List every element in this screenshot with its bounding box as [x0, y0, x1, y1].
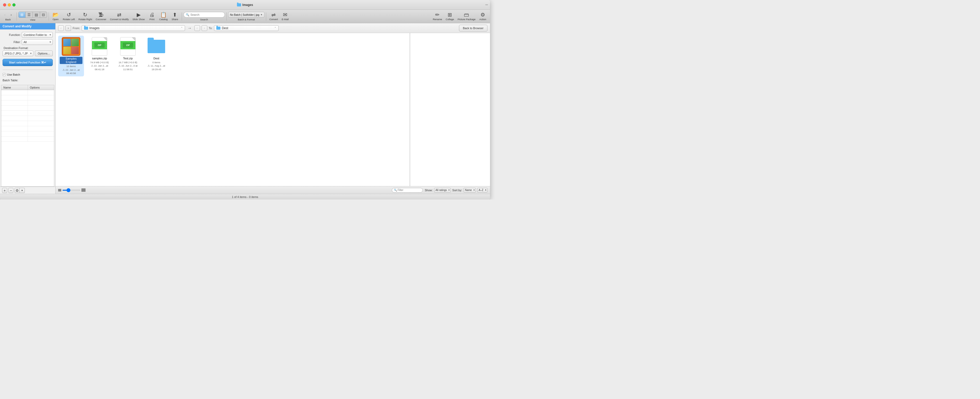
- convert-button[interactable]: ⇌ Convert: [268, 11, 279, 21]
- show-select[interactable]: All ratings: [434, 188, 451, 193]
- size-slider: [58, 188, 86, 192]
- catalog-button[interactable]: 📋 Catalog: [158, 11, 169, 21]
- to-forward-button[interactable]: ›: [202, 25, 207, 31]
- file-name: Test.zip: [123, 57, 132, 60]
- search-field[interactable]: 🔍: [183, 12, 225, 17]
- to-section: [410, 33, 490, 186]
- filter-select[interactable]: All: [22, 39, 53, 45]
- toolbar-sep-4: [226, 13, 227, 21]
- sort-order-select[interactable]: A–Z: [477, 188, 487, 193]
- email-button[interactable]: ✉ E-Mail: [280, 11, 290, 21]
- table-row: [1, 136, 54, 142]
- share-button[interactable]: ⬆ Share: [170, 11, 180, 21]
- open-button[interactable]: 📂 Open: [50, 11, 61, 21]
- format-select-wrapper: JPEG (*.JPG, *.JPEG) ▼: [3, 51, 33, 56]
- file-name: samples.zip: [92, 57, 107, 60]
- filter-input[interactable]: [398, 188, 421, 192]
- show-sort-area: Show: All ratings ⬍ Sort by: Name: [425, 188, 487, 193]
- from-back-button[interactable]: ‹: [58, 25, 64, 31]
- maximize-button[interactable]: [13, 3, 16, 6]
- rotate-left-button[interactable]: ↺ Rotate Left: [61, 11, 76, 21]
- list-item[interactable]: ZIP Test.zip 16.7 MB (+0.0 B) ⚠ 10. Jun …: [115, 36, 141, 76]
- search-input[interactable]: [191, 13, 223, 16]
- show-select-wrapper: All ratings ⬍: [434, 188, 451, 193]
- from-file-grid: Samples England 10 items ⚠ 22. Jan 2...a…: [56, 33, 410, 186]
- format-select[interactable]: JPEG (*.JPG, *.JPEG): [3, 51, 33, 56]
- collage-icon: ⊞: [448, 12, 452, 17]
- sort-select[interactable]: Name: [464, 188, 476, 193]
- main-area: Convert and Modify Function: Combine Fol…: [0, 23, 490, 194]
- to-back-button[interactable]: ‹: [194, 25, 200, 31]
- list-item[interactable]: Dest 0 items ⚠ 11. Aug 2...at 19:29:43: [143, 36, 169, 76]
- table-row: [1, 111, 54, 116]
- catalog-icon: 📋: [160, 12, 167, 17]
- table-row: [1, 116, 54, 121]
- destination-format-controls: JPEG (*.JPG, *.JPEG) ▼ Options...: [3, 51, 53, 56]
- to-path: Dest ⌃: [214, 25, 278, 31]
- to-file-grid: [410, 33, 488, 38]
- browser-bottom-bar: 🔍 Show: All ratings ⬍ Sort by:: [56, 186, 490, 194]
- window-resize-handle[interactable]: [485, 5, 488, 5]
- file-icon-container: [147, 37, 165, 56]
- cocooner-button[interactable]: 🗜 Cocooner: [94, 11, 108, 21]
- batch-format-value: No Batch | Subfolder | jpg: [230, 13, 259, 16]
- rotate-right-icon: ↻: [83, 12, 88, 17]
- use-batch-row: ✓ Use Batch: [3, 73, 53, 77]
- filter-label: Filter:: [3, 41, 21, 44]
- options-button[interactable]: Options...: [35, 51, 53, 56]
- size-slider-input[interactable]: [62, 190, 80, 191]
- rename-button[interactable]: ✏ Rename: [431, 11, 444, 21]
- gear-button[interactable]: ⚙: [14, 188, 20, 193]
- thumb-4: [71, 47, 79, 54]
- use-batch-checkbox[interactable]: ✓: [3, 73, 6, 76]
- browser-layout: ‹ › From: Images ⌃ → ‹ › To:: [56, 23, 490, 194]
- view-columns-button[interactable]: ⊟: [40, 12, 47, 17]
- collage-button[interactable]: ⊞ Collage: [444, 11, 456, 21]
- action-button[interactable]: ⚙ Action: [477, 11, 488, 21]
- minimize-button[interactable]: [8, 3, 11, 6]
- gear-dropdown[interactable]: ⚙ ▼: [14, 188, 25, 193]
- convert-icon: ⇌: [271, 12, 276, 17]
- list-item[interactable]: Samples England 10 items ⚠ 22. Jan 2...a…: [58, 36, 84, 76]
- window-title: Images: [237, 3, 253, 7]
- list-item[interactable]: ZIP samples.zip 74.9 MB (+0.0 B) ⚠ 22. J…: [87, 36, 113, 76]
- from-section: Samples England 10 items ⚠ 22. Jan 2...a…: [56, 33, 410, 186]
- convert-modify-button[interactable]: ⇄ Convert & Modify: [108, 11, 130, 21]
- picture-package-button[interactable]: 🗃 Picture Package: [456, 11, 477, 21]
- back-label: Back: [5, 18, 11, 21]
- view-details-button[interactable]: ▤: [33, 12, 40, 17]
- title-folder-icon: [237, 3, 241, 6]
- rotate-left-icon: ↺: [67, 12, 71, 17]
- start-function-button[interactable]: Start selected Function ⌘↵: [3, 59, 53, 66]
- toolbar-sep-5: [266, 13, 266, 21]
- from-forward-button[interactable]: ›: [65, 25, 71, 31]
- convert-header: Convert and Modify: [0, 23, 55, 29]
- add-batch-button[interactable]: +: [2, 188, 7, 193]
- filter-row: Filter: All ▼: [3, 39, 53, 45]
- back-nav-button[interactable]: ‹: [2, 12, 8, 17]
- slide-show-button[interactable]: ▶ Slide Show: [131, 11, 146, 21]
- toolbar-right: ✏ Rename ⊞ Collage 🗃 Picture Package ⚙ A…: [431, 11, 488, 21]
- filter-field[interactable]: 🔍: [392, 188, 423, 193]
- remove-batch-button[interactable]: −: [8, 188, 13, 193]
- back-to-browser-button[interactable]: Back to Browser: [459, 25, 487, 32]
- print-button[interactable]: 🖨 Print: [147, 11, 157, 21]
- close-button[interactable]: [3, 3, 6, 6]
- view-list-button[interactable]: ☰: [25, 12, 33, 17]
- table-row: [1, 90, 54, 95]
- batch-col-options: Options: [28, 85, 54, 90]
- batch-bottom-toolbar: + − ⚙ ▼: [0, 187, 55, 194]
- table-row: [1, 131, 54, 136]
- batch-format-select[interactable]: No Batch | Subfolder | jpg ▼: [228, 12, 265, 17]
- forward-nav-button[interactable]: ›: [8, 12, 14, 17]
- file-browser: ‹ › From: Images ⌃ → ‹ › To:: [56, 23, 490, 194]
- gear-dropdown-arrow[interactable]: ▼: [20, 188, 25, 193]
- rotate-right-button[interactable]: ↻ Rotate Right: [77, 11, 94, 21]
- thumb-2: [71, 39, 79, 46]
- thumb-1: [63, 39, 71, 46]
- file-info: 0 items ⚠ 11. Aug 2...at 19:29:43: [145, 61, 168, 71]
- function-select[interactable]: Combine Folder to a Single PDF: [22, 32, 53, 38]
- batch-format-label: Batch & Format: [238, 18, 255, 21]
- batch-table-label: Batch Table:: [3, 78, 53, 82]
- view-grid-button[interactable]: ⊞: [19, 12, 25, 17]
